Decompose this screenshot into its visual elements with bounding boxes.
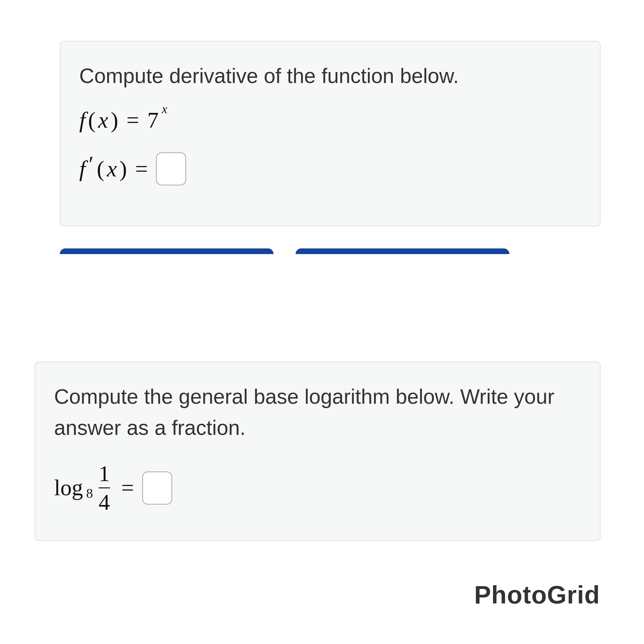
paren-open: (	[97, 156, 104, 182]
base-7: 7	[147, 107, 159, 133]
fn-name-prime: f	[79, 156, 86, 182]
equals-sign: =	[121, 475, 134, 501]
log-label: log	[54, 475, 83, 501]
equals-sign: =	[135, 156, 148, 182]
paren-close: )	[119, 156, 127, 182]
paren-close: )	[111, 107, 118, 133]
answer-input-log[interactable]	[142, 471, 172, 505]
question-card-derivative: Compute derivative of the function below…	[60, 41, 601, 226]
prime-symbol: ′	[89, 151, 94, 177]
answer-input-derivative[interactable]	[156, 152, 186, 186]
log-expression-row: log8 1 4 =	[54, 462, 581, 514]
fn-name: f	[79, 107, 86, 133]
fraction-numerator: 1	[99, 462, 110, 487]
action-button-2[interactable]	[296, 248, 509, 254]
action-button-1[interactable]	[60, 248, 274, 254]
derivative-prompt-row: f ′ ( x ) =	[79, 152, 581, 186]
button-row	[60, 248, 601, 261]
photogrid-watermark: PhotoGrid	[474, 580, 600, 609]
question-card-logarithm: Compute the general base logarithm below…	[35, 362, 601, 541]
paren-open: (	[88, 107, 96, 133]
log-base: 8	[86, 486, 93, 501]
fraction-denominator: 4	[99, 488, 110, 514]
variable-x: x	[107, 156, 117, 182]
exponent-x: x	[162, 102, 168, 116]
variable-x: x	[98, 107, 108, 133]
prompt-text: Compute derivative of the function below…	[79, 60, 581, 92]
function-definition: f ( x ) = 7 x	[79, 107, 581, 133]
fraction-argument: 1 4	[99, 462, 110, 514]
prompt-text: Compute the general base logarithm below…	[54, 381, 581, 443]
equals-sign: =	[126, 107, 139, 133]
